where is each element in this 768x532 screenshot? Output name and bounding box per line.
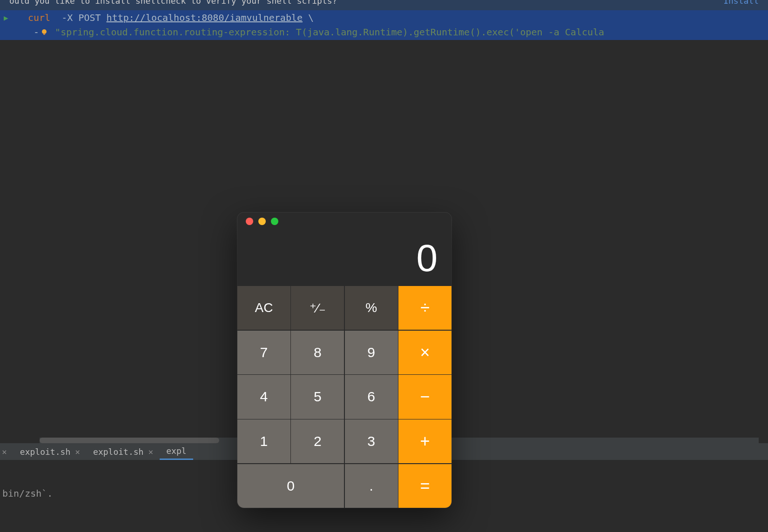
calc-3-button[interactable]: 3 — [345, 419, 398, 463]
calc-decimal-button[interactable]: . — [345, 464, 398, 508]
tab-exploit-1[interactable]: exploit.sh × — [13, 443, 87, 460]
calc-9-button[interactable]: 9 — [345, 331, 398, 374]
code-line-1[interactable]: ▶ curl -X POST http://localhost:8080/iam… — [0, 10, 768, 25]
run-icon[interactable]: ▶ — [4, 13, 8, 22]
code-content-1: curl -X POST http://localhost:8080/iamvu… — [28, 12, 314, 23]
calc-4-button[interactable]: 4 — [237, 375, 290, 419]
gutter-1: ▶ — [0, 13, 28, 22]
scrollbar-thumb[interactable] — [40, 438, 219, 443]
install-link[interactable]: Install — [723, 0, 759, 6]
calc-2-button[interactable]: 2 — [291, 419, 344, 463]
calc-7-button[interactable]: 7 — [237, 331, 290, 374]
calculator-keypad: AC ⁺∕₋ % ÷ 7 8 9 × 4 5 6 − 1 2 3 + 0 . = — [237, 286, 451, 508]
calc-6-button[interactable]: 6 — [345, 375, 398, 419]
calculator-window[interactable]: 0 AC ⁺∕₋ % ÷ 7 8 9 × 4 5 6 − 1 2 3 + 0 .… — [237, 213, 451, 508]
calc-divide-button[interactable]: ÷ — [398, 286, 451, 330]
calc-minus-button[interactable]: − — [398, 375, 451, 419]
calc-percent-button[interactable]: % — [345, 286, 398, 330]
code-content-2: - "spring.cloud.function.routing-express… — [34, 27, 604, 39]
tab-exploit-active[interactable]: expl — [160, 443, 193, 460]
shellcheck-notification: ould you like to install shellcheck to v… — [0, 0, 768, 10]
maximize-window-icon[interactable] — [271, 218, 278, 225]
tab-label: exploit.sh — [20, 447, 70, 457]
svg-point-0 — [42, 29, 47, 34]
calc-5-button[interactable]: 5 — [291, 375, 344, 419]
calc-1-button[interactable]: 1 — [237, 419, 290, 463]
calc-plus-button[interactable]: + — [398, 419, 451, 463]
notification-text: ould you like to install shellcheck to v… — [9, 0, 337, 6]
close-window-icon[interactable] — [246, 218, 253, 225]
close-icon[interactable]: × — [75, 447, 80, 457]
calc-8-button[interactable]: 8 — [291, 331, 344, 374]
calc-plusminus-button[interactable]: ⁺∕₋ — [291, 286, 344, 330]
calc-equals-button[interactable]: = — [398, 464, 451, 508]
calculator-display: 0 — [237, 230, 451, 286]
calc-0-button[interactable]: 0 — [237, 464, 344, 508]
calc-ac-button[interactable]: AC — [237, 286, 290, 330]
close-icon[interactable]: × — [148, 447, 153, 457]
tab-label: expl — [166, 446, 186, 456]
code-line-2[interactable]: - "spring.cloud.function.routing-express… — [0, 25, 768, 40]
calc-multiply-button[interactable]: × — [398, 331, 451, 374]
calculator-titlebar[interactable] — [237, 213, 451, 230]
bulb-icon[interactable] — [40, 27, 48, 39]
terminal-output: bin/zsh`. — [2, 488, 53, 499]
svg-rect-1 — [43, 33, 45, 35]
tab-label: exploit.sh — [93, 447, 143, 457]
close-icon[interactable]: × — [2, 447, 7, 457]
tab-exploit-2[interactable]: exploit.sh × — [87, 443, 160, 460]
tab-partial-close[interactable]: × — [0, 443, 13, 460]
minimize-window-icon[interactable] — [258, 218, 266, 225]
